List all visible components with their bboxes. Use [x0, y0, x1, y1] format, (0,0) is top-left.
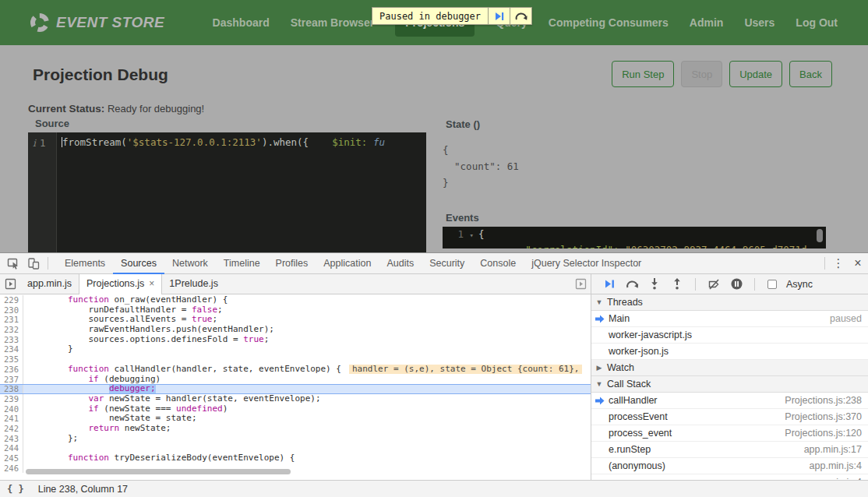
- stack-frame-anonymous[interactable]: (anonymous)app.min.js:4: [591, 458, 868, 474]
- nav-item-admin[interactable]: Admin: [690, 16, 724, 29]
- events-scrollbar-thumb[interactable]: [817, 229, 823, 242]
- devtools-tab-timeline[interactable]: Timeline: [216, 253, 268, 274]
- devtools-tab-application[interactable]: Application: [316, 253, 379, 274]
- line-number[interactable]: 229: [0, 295, 23, 305]
- devtools-tab-network[interactable]: Network: [164, 253, 216, 274]
- line-number[interactable]: 237: [0, 375, 23, 385]
- close-tab-icon[interactable]: ×: [149, 278, 154, 289]
- code-line-242[interactable]: 242 return newState;: [0, 424, 591, 434]
- code-line-243[interactable]: 243 };: [0, 434, 591, 444]
- threads-section-header[interactable]: ▼ Threads: [591, 294, 868, 311]
- devtools-menu-button[interactable]: ⋮: [829, 256, 848, 270]
- line-number[interactable]: 241: [0, 414, 23, 424]
- async-checkbox[interactable]: [767, 280, 777, 289]
- code-line-240[interactable]: 240 if (newState === undefined): [0, 404, 591, 414]
- code-line-245[interactable]: 245 function tryDeserializeBody(eventEnv…: [0, 453, 591, 464]
- line-number[interactable]: 234: [0, 344, 23, 354]
- stop-button[interactable]: Stop: [681, 61, 722, 87]
- current-status-value: Ready for debugging!: [108, 103, 204, 115]
- inspect-element-button[interactable]: [3, 253, 23, 273]
- step-out-button[interactable]: [669, 276, 686, 293]
- code-line-231[interactable]: 231 sources.allEvents = true;: [0, 315, 591, 325]
- line-number[interactable]: 239: [0, 394, 23, 404]
- update-button[interactable]: Update: [729, 61, 782, 87]
- stack-frame-processevent[interactable]: processEventProjections.js:370: [591, 409, 868, 425]
- stack-frame-process-event[interactable]: process_eventProjections.js:120: [591, 425, 868, 442]
- fold-arrow-icon[interactable]: ▾: [470, 231, 474, 239]
- code-line-229[interactable]: 229 function on_raw(eventHandler) {: [0, 295, 591, 305]
- devtools-tab-jquery-selector-inspector[interactable]: jQuery Selector Inspector: [524, 253, 649, 274]
- file-tab-projections-js[interactable]: Projections.js×: [79, 274, 162, 294]
- line-number[interactable]: 230: [0, 305, 23, 315]
- nav-item-dashboard[interactable]: Dashboard: [213, 16, 270, 29]
- line-number[interactable]: 242: [0, 424, 23, 434]
- devtools-tab-console[interactable]: Console: [472, 253, 524, 274]
- code-line-content: function callHandler(handler, state, eve…: [23, 365, 591, 375]
- toggle-device-toolbar-button[interactable]: [23, 253, 44, 273]
- toggle-debugger-sidebar-button[interactable]: [570, 274, 591, 294]
- code-line-241[interactable]: 241 newState = state;: [0, 414, 591, 424]
- thread-worker-javascript-js[interactable]: worker-javascript.js: [591, 327, 868, 344]
- deactivate-breakpoints-button[interactable]: [705, 276, 722, 293]
- back-button[interactable]: Back: [789, 61, 832, 87]
- line-number[interactable]: 231: [0, 315, 23, 325]
- step-over-button[interactable]: [623, 276, 640, 293]
- code-line-230[interactable]: 230 runDefaultHandler = false;: [0, 305, 591, 315]
- devtools-tab-audits[interactable]: Audits: [379, 253, 422, 274]
- line-number[interactable]: 235: [0, 354, 23, 365]
- source-code-pane[interactable]: 229 function on_raw(eventHandler) {230 r…: [0, 295, 591, 480]
- run-step-button[interactable]: Run Step: [612, 61, 674, 87]
- line-number[interactable]: 245: [0, 453, 23, 464]
- devtools-tab-security[interactable]: Security: [422, 253, 472, 274]
- state-section-label: State (): [446, 118, 480, 130]
- line-number[interactable]: 233: [0, 335, 23, 345]
- code-line-238[interactable]: 238 debugger;: [0, 384, 591, 394]
- code-line-236[interactable]: 236 function callHandler(handler, state,…: [0, 365, 591, 375]
- file-tab-app-min-js[interactable]: app.min.js: [20, 274, 79, 294]
- line-number[interactable]: 232: [0, 325, 23, 335]
- banner-resume-button[interactable]: [488, 8, 510, 24]
- step-into-button[interactable]: [646, 276, 663, 293]
- pretty-print-button[interactable]: { }: [7, 484, 24, 495]
- devtools-tab-elements[interactable]: Elements: [57, 253, 113, 274]
- pause-on-exceptions-button[interactable]: [728, 276, 745, 293]
- code-line-233[interactable]: 233 sources.options.definesFold = true;: [0, 335, 591, 345]
- line-number[interactable]: 238: [0, 385, 23, 393]
- line-number[interactable]: 240: [0, 404, 23, 414]
- thread-worker-json-js[interactable]: worker-json.js: [591, 344, 868, 360]
- nav-item-competing-consumers[interactable]: Competing Consumers: [549, 16, 669, 29]
- resume-script-button[interactable]: [601, 276, 618, 293]
- line-number[interactable]: 236: [0, 365, 23, 375]
- code-line-237[interactable]: 237 if (debugging): [0, 375, 591, 385]
- line-number[interactable]: 246: [0, 464, 23, 474]
- nav-item-log-out[interactable]: Log Out: [796, 16, 838, 29]
- code-line-232[interactable]: 232 rawEventHandlers.push(eventHandler);: [0, 325, 591, 335]
- code-line-239[interactable]: 239 var newState = handler(state, eventE…: [0, 394, 591, 404]
- callstack-section-header[interactable]: ▼ Call Stack: [591, 376, 868, 393]
- code-line-244[interactable]: 244: [0, 443, 591, 453]
- file-tab-1prelude-js[interactable]: 1Prelude.js: [162, 274, 225, 294]
- show-navigator-button[interactable]: [0, 274, 20, 294]
- line-number[interactable]: 243: [0, 434, 23, 444]
- nav-item-users[interactable]: Users: [744, 16, 774, 29]
- thread-main[interactable]: Mainpaused: [591, 311, 868, 327]
- current-position-arrow-icon: [595, 315, 605, 326]
- devtools-tab-profiles[interactable]: Profiles: [268, 253, 316, 274]
- eventstore-logo[interactable]: EVENT STORE: [30, 13, 164, 32]
- events-editor[interactable]: 1 ▾ { "correlationId": "06302702-8837-44…: [443, 227, 826, 248]
- events-gutter-line1[interactable]: 1 ▾: [443, 227, 478, 242]
- nav-item-stream-browser[interactable]: Stream Browser: [291, 16, 374, 29]
- code-line-234[interactable]: 234 }: [0, 344, 591, 354]
- horizontal-scrollbar-thumb[interactable]: [26, 469, 291, 474]
- stack-frame-r[interactable]: rapp.min.js:4: [591, 474, 868, 480]
- banner-step-over-button[interactable]: [510, 8, 531, 24]
- devtools-close-button[interactable]: ×: [848, 256, 868, 270]
- watch-section-header[interactable]: ▶ Watch: [591, 360, 868, 376]
- code-line-235[interactable]: 235: [0, 354, 591, 365]
- devtools-tab-sources[interactable]: Sources: [113, 253, 164, 274]
- stack-frame-callhandler[interactable]: callHandlerProjections.js:238: [591, 393, 868, 409]
- code-horizontal-scrollbar[interactable]: [24, 468, 580, 475]
- stack-frame-e-runstep[interactable]: e.runStepapp.min.js:17: [591, 442, 868, 458]
- projection-source-editor[interactable]: i1 fromStream('$stats-127.0.0.1:2113').w…: [28, 132, 426, 252]
- line-number[interactable]: 244: [0, 443, 23, 453]
